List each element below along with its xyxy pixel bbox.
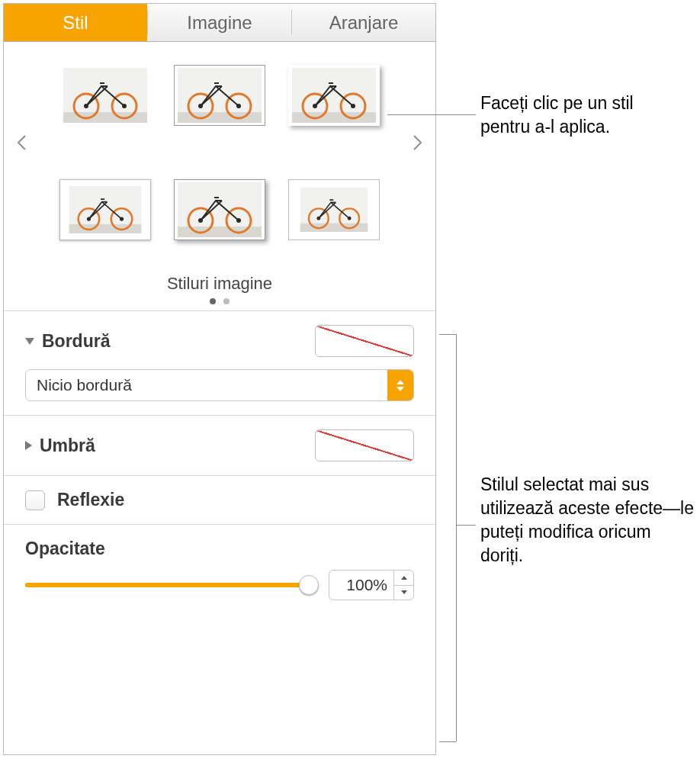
shadow-disclosure[interactable]: Umbră xyxy=(25,436,95,456)
bicycle-icon xyxy=(292,68,376,123)
svg-point-11 xyxy=(236,104,241,108)
svg-point-28 xyxy=(198,218,203,223)
callout-top: Faceți clic pe un stil pentru a-l aplica… xyxy=(480,92,686,139)
style-thumb-4[interactable] xyxy=(59,179,151,240)
opacity-section: Opacitate 100% xyxy=(4,524,435,614)
styles-page-indicator xyxy=(4,298,435,304)
callout-leader xyxy=(439,334,456,335)
border-section: Bordură Nicio bordură xyxy=(4,310,435,415)
opacity-step-up[interactable] xyxy=(394,571,413,586)
chevron-right-icon xyxy=(413,134,423,156)
tab-aranjare-label: Aranjare xyxy=(329,12,399,34)
border-swatch-none[interactable] xyxy=(315,325,414,357)
callout-leader xyxy=(456,525,476,526)
svg-point-10 xyxy=(198,104,203,108)
svg-point-29 xyxy=(236,218,241,223)
shadow-swatch-none[interactable] xyxy=(315,429,414,461)
bicycle-icon xyxy=(67,186,143,233)
svg-point-4 xyxy=(84,104,88,108)
border-disclosure[interactable]: Bordură xyxy=(25,331,110,352)
style-thumb-3[interactable] xyxy=(288,65,380,126)
callout-leader xyxy=(456,334,457,741)
svg-point-35 xyxy=(348,217,352,220)
reflection-section: Reflexie xyxy=(4,475,435,524)
image-styles-grid xyxy=(4,65,435,263)
styles-next-button[interactable] xyxy=(406,133,429,156)
reflection-checkbox[interactable] xyxy=(25,490,45,510)
opacity-stepper xyxy=(393,571,413,600)
image-styles-caption: Stiluri imagine xyxy=(4,274,435,294)
callout-leader xyxy=(439,741,456,742)
bicycle-icon xyxy=(178,68,262,123)
page-dot-1[interactable] xyxy=(210,298,216,304)
opacity-step-down[interactable] xyxy=(394,586,413,600)
opacity-label: Opacitate xyxy=(25,539,105,558)
callout-bottom: Stilul selectat mai sus utilizează acest… xyxy=(480,473,694,567)
dropdown-stepper-icon xyxy=(387,370,413,400)
svg-point-22 xyxy=(87,217,91,220)
style-thumb-2[interactable] xyxy=(174,65,265,126)
tab-stil[interactable]: Stil xyxy=(4,4,147,41)
bicycle-icon xyxy=(178,182,262,237)
opacity-slider[interactable] xyxy=(25,577,315,593)
slider-knob[interactable] xyxy=(299,575,319,595)
style-thumb-1[interactable] xyxy=(59,65,151,126)
bicycle-icon xyxy=(63,68,147,123)
format-inspector-panel: Stil Imagine Aranjare xyxy=(3,3,436,755)
style-thumb-5[interactable] xyxy=(174,179,265,240)
svg-point-17 xyxy=(351,104,355,108)
chevron-right-icon xyxy=(25,441,32,450)
tab-aranjare[interactable]: Aranjare xyxy=(292,4,435,41)
bicycle-icon xyxy=(297,188,371,232)
chevron-left-icon xyxy=(16,134,27,156)
svg-point-34 xyxy=(316,217,320,220)
tab-imagine[interactable]: Imagine xyxy=(148,4,291,41)
reflection-label: Reflexie xyxy=(57,490,124,510)
callout-leader xyxy=(387,114,476,115)
svg-point-16 xyxy=(313,104,317,108)
border-type-dropdown[interactable]: Nicio bordură xyxy=(25,369,414,401)
svg-point-23 xyxy=(120,217,124,220)
style-thumb-6[interactable] xyxy=(288,179,380,240)
tab-imagine-label: Imagine xyxy=(187,12,252,34)
shadow-section: Umbră xyxy=(4,415,435,475)
opacity-value-field[interactable]: 100% xyxy=(329,570,414,600)
shadow-label: Umbră xyxy=(40,436,95,456)
chevron-down-icon xyxy=(401,590,407,594)
opacity-value: 100% xyxy=(329,576,393,594)
image-styles-area: Stiluri imagine xyxy=(4,42,435,310)
tabs-bar: Stil Imagine Aranjare xyxy=(4,4,435,42)
page-dot-2[interactable] xyxy=(223,298,230,304)
svg-point-5 xyxy=(122,104,127,108)
chevron-up-icon xyxy=(401,576,407,580)
border-label: Bordură xyxy=(42,331,110,352)
styles-prev-button[interactable] xyxy=(10,133,33,156)
chevron-down-icon xyxy=(25,338,34,345)
border-dropdown-value: Nicio bordură xyxy=(26,376,387,394)
tab-stil-label: Stil xyxy=(63,12,88,34)
